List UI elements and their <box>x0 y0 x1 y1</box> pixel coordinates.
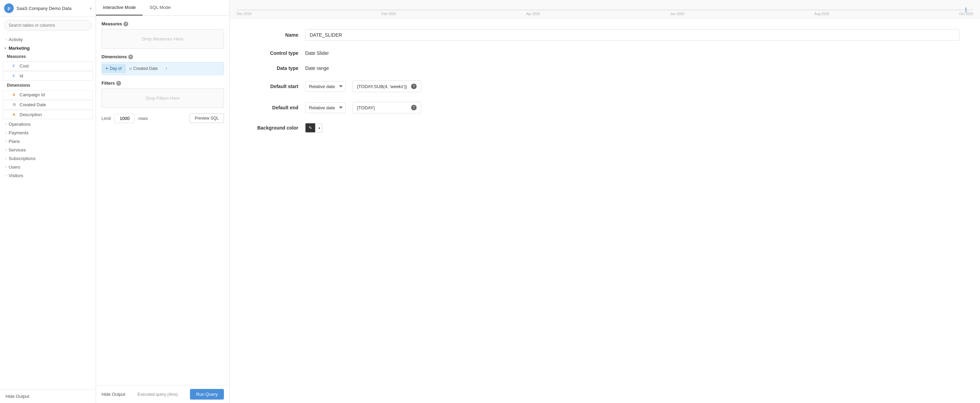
name-input[interactable] <box>305 29 959 41</box>
chevron-right-icon: › <box>5 131 6 135</box>
default-start-value: {TODAY.SUB(4, 'weeks')} <box>357 84 407 89</box>
middle-footer: Hide Output Executed query (4ms) Run Que… <box>96 385 229 403</box>
default-start-input-area: {TODAY.SUB(4, 'weeks')} ? <box>353 81 421 92</box>
sidebar-item-subscriptions[interactable]: › Subscriptions <box>0 154 95 163</box>
hash-icon: # <box>13 64 18 68</box>
bg-color-label: Background color <box>250 125 298 130</box>
filters-section-label: Filters ? <box>102 81 224 86</box>
sidebar-item-activity[interactable]: › Activity <box>0 35 95 44</box>
sidebar-item-plans[interactable]: › Plans <box>0 137 95 146</box>
sidebar-item-label: Users <box>9 165 20 170</box>
dimension-chip-created-date[interactable]: ⊙ Created Date <box>126 64 161 73</box>
search-box[interactable] <box>4 20 92 30</box>
dimension-row: ▼ Day of ⊙ Created Date ↑ <box>102 62 224 75</box>
data-type-label: Data type <box>250 65 298 71</box>
alpha-icon: A <box>13 93 18 97</box>
tab-interactive-mode[interactable]: Interactive Mode <box>96 0 143 16</box>
mode-tabs: Interactive Mode SQL Mode <box>96 0 229 16</box>
sidebar-item-payments[interactable]: › Payments <box>0 129 95 137</box>
sidebar-item-label: Payments <box>9 130 29 135</box>
clock-icon: ⊙ <box>13 103 18 107</box>
leaf-label: Id <box>19 73 23 78</box>
chevron-right-icon: › <box>5 122 6 126</box>
sidebar-section-measures: Measures <box>0 52 95 61</box>
sidebar-item-campaign-id[interactable]: A Campaign Id <box>3 90 93 99</box>
search-input[interactable] <box>4 20 92 30</box>
dimensions-section-label: Dimensions ? <box>102 54 224 59</box>
dimension-chip-dayof[interactable]: ▼ Day of <box>102 64 126 73</box>
default-end-label: Default end <box>250 105 298 110</box>
timeline-label: Feb 2020 <box>381 12 396 16</box>
db-dropdown-icon[interactable]: ▾ <box>90 6 92 10</box>
sidebar-item-services[interactable]: › Services <box>0 146 95 154</box>
sidebar-item-label: Services <box>9 148 26 152</box>
sidebar-item-label: Plans <box>9 139 20 144</box>
tab-sql-mode[interactable]: SQL Mode <box>143 0 178 16</box>
default-end-value: {TODAY} <box>357 105 375 110</box>
sidebar-section-dimensions: Dimensions <box>0 81 95 89</box>
hide-output-bar[interactable]: Hide Output <box>0 389 95 403</box>
chevron-down-icon: ∨ <box>4 46 6 50</box>
chip-label: Created Date <box>134 66 158 71</box>
color-swatch[interactable]: ✎ <box>305 123 315 133</box>
timeline-label: Oct 2020 <box>959 12 973 16</box>
rows-label: rows <box>138 116 148 121</box>
leaf-label: Created Date <box>19 102 46 107</box>
sidebar-item-operations[interactable]: › Operations <box>0 120 95 129</box>
sidebar-item-users[interactable]: › Users <box>0 163 95 171</box>
default-end-help-icon[interactable]: ? <box>411 105 417 110</box>
timeline-label: Aug 2020 <box>815 12 829 16</box>
hide-output-label: Hide Output <box>5 394 29 399</box>
preview-sql-button[interactable]: Preview SQL <box>189 113 224 123</box>
timeline-label: Dec 2019 <box>237 12 251 16</box>
db-header[interactable]: p SaaS Company Demo Data ▾ <box>0 0 95 17</box>
color-swatch-dropdown[interactable]: ▸ <box>317 123 322 133</box>
sidebar-item-visitors[interactable]: › Visitors <box>0 171 95 180</box>
data-type-value: Date range <box>305 65 329 71</box>
sidebar-item-description[interactable]: A Description <box>3 110 93 119</box>
pencil-icon: ✎ <box>309 125 312 130</box>
hide-output-button[interactable]: Hide Output <box>102 392 125 397</box>
limit-input[interactable] <box>114 114 135 123</box>
sort-button[interactable]: ↑ <box>162 65 170 72</box>
timeline-label: Jun 2020 <box>670 12 684 16</box>
chevron-right-icon: › <box>5 148 6 152</box>
filters-help-icon[interactable]: ? <box>116 81 121 86</box>
filter-icon: ▼ <box>105 67 108 70</box>
sidebar-item-marketing[interactable]: ∨ Marketing <box>0 44 95 52</box>
default-start-help-icon[interactable]: ? <box>411 84 417 89</box>
sidebar-item-cost[interactable]: # Cost <box>3 61 93 71</box>
right-content: Name Control type Date Slider Data type … <box>230 19 980 403</box>
run-query-button[interactable]: Run Query <box>190 389 224 400</box>
executed-status: Executed query (4ms) <box>137 392 178 397</box>
form-row-default-start: Default start Relative date {TODAY.SUB(4… <box>250 81 959 92</box>
default-start-select[interactable]: Relative date <box>305 81 346 92</box>
form-row-name: Name <box>250 29 959 41</box>
filters-drop-zone[interactable]: Drop Filters Here <box>102 89 224 108</box>
alpha-icon: A <box>13 113 18 116</box>
sidebar-item-label: Subscriptions <box>9 156 35 161</box>
measures-help-icon[interactable]: ? <box>123 22 128 26</box>
color-picker[interactable]: ✎ ▸ <box>305 123 322 133</box>
sidebar-item-id[interactable]: # Id <box>3 71 93 81</box>
default-end-select[interactable]: Relative date <box>305 103 346 113</box>
form-row-default-end: Default end Relative date {TODAY} ? <box>250 102 959 113</box>
clock-icon: ⊙ <box>129 67 132 71</box>
timeline-area: Dec 2019 Feb 2020 Apr 2020 Jun 2020 Aug … <box>230 0 980 19</box>
leaf-label: Campaign Id <box>19 92 45 97</box>
sidebar-item-label: Activity <box>9 37 22 42</box>
form-row-data-type: Data type Date range <box>250 65 959 71</box>
chevron-right-icon: ▸ <box>319 127 320 130</box>
dimensions-help-icon[interactable]: ? <box>128 54 133 59</box>
control-type-label: Control type <box>250 50 298 56</box>
sidebar-item-label: Visitors <box>9 173 23 178</box>
measures-drop-zone[interactable]: Drop Measures Here <box>102 29 224 49</box>
chevron-right-icon: › <box>5 140 6 143</box>
limit-row: Limit rows Preview SQL <box>102 113 224 123</box>
sidebar-item-created-date[interactable]: ⊙ Created Date <box>3 100 93 109</box>
default-start-label: Default start <box>250 84 298 89</box>
limit-label: Limit <box>102 116 111 121</box>
chevron-right-icon: › <box>5 174 6 178</box>
section-label: Dimensions <box>7 83 30 88</box>
measures-section-label: Measures ? <box>102 21 224 26</box>
